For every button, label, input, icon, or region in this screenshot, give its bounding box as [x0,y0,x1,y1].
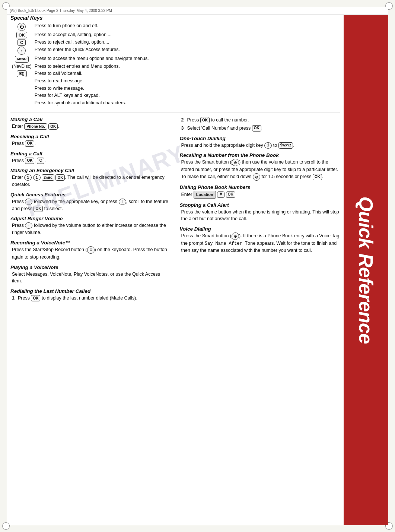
playing-section: Playing a VoiceNote Select Messages, Voi… [10,265,171,285]
special-keys-table: ⏻ Press to turn phone on and off. OK Pre… [10,22,340,107]
key-row-ok: OK Press to accept call, setting, option… [10,31,340,39]
key-icon-navdisc: (NavDisc) [10,63,33,70]
redialing-heading: Redialing the Last Number Called [10,288,171,294]
stopping-alert-heading: Stopping a Call Alert [180,202,340,208]
ok-key-cn3: OK [252,125,261,132]
key-row-write: Press to write message. [10,85,340,92]
recalling-section: Recalling a Number from the Phone Book P… [180,152,340,181]
header-bar: (A5) Book_8J51.book Page 2 Thursday, May… [7,7,388,15]
ok-key-redial: OK [31,295,40,301]
callnum-num-3: 3 [181,125,186,132]
smart-btn-recall2: ⊙ [253,173,260,181]
special-keys-title: Special Keys [10,15,340,21]
key-row-voicemail: ✉)) Press to call Voicemail. [10,70,340,77]
making-call-heading: Making a Call [10,117,171,122]
key-desc-alt: Press for ALT keys and keypad. [33,92,340,99]
power-key-icon: ⏻ [17,23,26,31]
playing-body: Select Messages, VoiceNote, Play VoiceNo… [10,271,171,285]
redial-num-1: 1 [12,295,16,302]
recalling-heading: Recalling a Number from the Phone Book [180,152,340,158]
redial-text-1: Press OK to display the last number dial… [18,295,137,302]
two-column-layout: Making a Call Enter Phone No. OK. Receiv… [10,117,340,305]
adjust-ringer-section: Adjust Ringer Volume Press ↑ followed by… [10,216,171,236]
ending-call-section: Ending a Call Press OK, C. [10,151,171,164]
redialing-section: Redialing the Last Number Called 1 Press… [10,288,171,302]
ok-key-ending: OK [25,158,34,164]
one-touch-body: Press and hold the appropriate digit key… [180,142,340,149]
ending-call-heading: Ending a Call [10,151,171,156]
key-icon-voicemail: ✉)) [10,70,33,77]
key-icon-ok: OK [10,31,33,39]
key-icon-alt [10,92,33,99]
callnum-text-2: Press OK to call the number. [187,117,249,124]
1-key-ot: 1 [264,142,272,149]
adjust-ringer-body: Press ↑ followed by the volume button to… [10,222,171,236]
playing-heading: Playing a VoiceNote [10,265,171,270]
ok-key-qa: OK [34,206,43,212]
menu-key-icon: MENU [15,56,29,63]
location-key: Location [194,191,216,199]
key-desc-voicemail: Press to call Voicemail. [33,70,340,77]
making-call-body: Enter Phone No. OK. [10,123,171,130]
ok-key-emerg: OK [55,174,65,181]
key-row-alt: Press for ALT keys and keypad. [10,92,340,99]
record-btn: ⊙ [87,246,95,254]
side-banner-text: Quick Reference [355,196,377,343]
c-key-icon: C [17,39,26,46]
callnum-step-3: 3 Select 'Call Number' and press OK. [181,125,340,132]
header-text: (A5) Book_8J51.book Page 2 Thursday, May… [10,9,112,13]
up-key-qa2: ↑ [119,199,126,205]
ending-call-body: Press OK, C. [10,157,171,164]
key-row-navdisc: (NavDisc) Press to select entries and Me… [10,63,340,70]
key-icon-symbols [10,99,33,107]
receiving-call-section: Receiving a Call Press OK. [10,134,171,147]
callnum-step-2: 2 Press OK to call the number. [181,117,340,124]
key-desc-up: Press to enter the Quick Access features… [33,46,340,55]
ok-key-recall: OK [313,174,322,180]
receiving-call-heading: Receiving a Call [10,134,171,139]
circle-bottom-left [2,522,10,530]
recalling-body: Press the Smart button (⊙) then use the … [180,159,340,181]
key-desc-symbols: Press for symbols and additional charact… [33,99,340,107]
recording-heading: Recording a VoiceNote™ [10,240,171,246]
right-column: 2 Press OK to call the number. 3 Select … [180,117,340,305]
adjust-ringer-heading: Adjust Ringer Volume [10,216,171,221]
9wxyz-key-ot: 9WXYZ [278,142,293,149]
stopping-alert-section: Stopping a Call Alert Press the volume b… [180,202,340,223]
navdisc-label: (NavDisc) [12,64,32,69]
redial-step-1: 1 Press OK to display the last number di… [12,295,171,302]
one-touch-heading: One-Touch Dialling [180,136,340,141]
key-desc-power: Press to turn phone on and off. [33,22,340,31]
key-icon-write [10,85,33,92]
receiving-call-body: Press OK. [10,140,171,147]
voice-prompt: Say Name After Tone [205,241,256,246]
emergency-call-body: Enter 1 1 2ABC OK. The call will be dire… [10,174,171,188]
up-key-ar: ↑ [25,222,32,229]
ok-key-dp: OK [226,191,235,198]
ok-key-receiving: OK [25,140,34,147]
1-key-emerg2: 1 [33,174,41,181]
emergency-call-heading: Making an Emergency Call [10,168,171,173]
making-call-section: Making a Call Enter Phone No. OK. [10,117,171,130]
one-touch-section: One-Touch Dialling Press and hold the ap… [180,136,340,149]
separator [10,113,340,113]
call-number-section: 2 Press OK to call the number. 3 Select … [180,117,340,132]
smart-btn-vd: ⊙ [232,232,239,240]
key-row-menu: MENU Press to access the menu options an… [10,55,340,63]
dialing-phonebook-heading: Dialing Phone Book Numbers [180,184,340,190]
quick-access-body: Press ↑ followed by the appropriate key,… [10,198,171,212]
key-desc-write: Press to write message. [33,85,340,92]
2abc-key-emerg: 2ABC [42,174,54,181]
recording-body: Press the Start/Stop Record button (⊙) o… [10,246,171,261]
dialing-phonebook-section: Dialing Phone Book Numbers Enter Locatio… [180,184,340,199]
special-keys-section: Special Keys ⏻ Press to turn phone on an… [10,15,340,107]
up-key-icon: ↑ [17,47,26,55]
key-row-up: ↑ Press to enter the Quick Access featur… [10,46,340,55]
smart-btn-recall: ⊙ [232,159,239,166]
phone-no-key: Phone No. [24,123,47,130]
c-key-ending: C [37,158,44,164]
key-icon-menu: MENU [10,55,33,63]
up-key-qa: ↑ [25,199,32,205]
key-icon-read [10,77,33,85]
voice-dialing-section: Voice Dialing Press the Smart button (⊙)… [180,226,340,254]
